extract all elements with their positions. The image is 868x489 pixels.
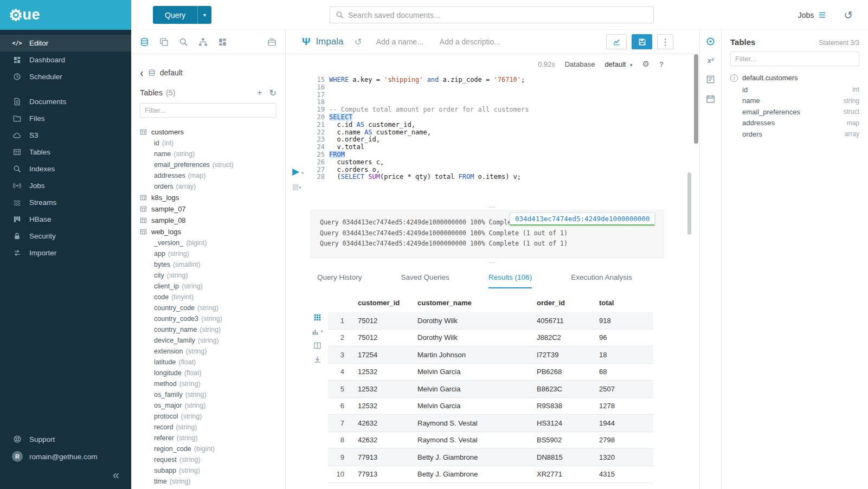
query-button-label[interactable]: Query <box>153 6 197 24</box>
assist-column-id[interactable]: id(int) <box>140 138 277 149</box>
query-name-field[interactable]: Add a name... <box>376 37 423 46</box>
assist-column-url[interactable]: url(string) <box>140 487 277 489</box>
sidebar-item-scheduler[interactable]: Scheduler <box>0 68 131 85</box>
schedule-icon[interactable] <box>706 94 715 104</box>
database-dropdown[interactable]: default ▾ <box>605 60 632 68</box>
assist-column-device_family[interactable]: device_family(string) <box>140 335 277 346</box>
sidebar-item-s3[interactable]: S3 <box>0 127 131 144</box>
language-reference-icon[interactable] <box>706 75 715 84</box>
database-name[interactable]: default <box>160 68 183 77</box>
assist-column-client_ip[interactable]: client_ip(string) <box>140 281 277 292</box>
assist-column-request[interactable]: request(string) <box>140 454 277 465</box>
global-search[interactable] <box>330 7 654 23</box>
new-query-button[interactable]: Query ▾ <box>153 6 211 24</box>
assist-search-icon[interactable] <box>179 37 188 47</box>
results-row[interactable]: 512532Melvin GarciaB8623C2507 <box>328 381 653 398</box>
sidebar-item-streams[interactable]: Streams <box>0 194 131 211</box>
main-scrollbar[interactable] <box>694 54 698 144</box>
right-column-email_preferences[interactable]: email_preferencesstruct <box>730 106 859 118</box>
sql-editor[interactable]: ▶ ▾ ▤▾ 1516171819202122232425262728 WHER… <box>311 74 699 204</box>
assist-column-city[interactable]: city(string) <box>140 270 277 281</box>
assist-column-record[interactable]: record(string) <box>140 422 277 433</box>
assist-column-bytes[interactable]: bytes(smallint) <box>140 259 277 270</box>
sidebar-item-files[interactable]: Files <box>0 110 131 127</box>
databases-source-icon[interactable] <box>140 37 149 47</box>
jobs-link[interactable]: Jobs <box>798 11 827 20</box>
assist-column-addresses[interactable]: addresses(map) <box>140 170 277 181</box>
save-button[interactable] <box>632 34 652 49</box>
results-row[interactable]: 977913Betty J. GiambroneDN88151320 <box>328 449 653 466</box>
assist-column-country_name[interactable]: country_name(string) <box>140 324 277 335</box>
download-icon[interactable] <box>313 356 322 364</box>
assist-column-extension[interactable]: extension(string) <box>140 346 277 357</box>
active-table[interactable]: i default.customers <box>730 74 859 82</box>
results-row[interactable]: 412532Melvin GarciaPB626868 <box>328 364 653 381</box>
code-content[interactable]: WHERE a.key = 'shipping' and a.zip_code … <box>329 76 661 181</box>
right-column-addresses[interactable]: addressesmap <box>730 118 859 129</box>
assist-column-subapp[interactable]: subapp(string) <box>140 465 277 476</box>
results-row[interactable]: 612532Melvin GarciaR9S8381278 <box>328 398 653 415</box>
add-table-icon[interactable]: + <box>257 88 262 98</box>
results-row[interactable]: 742632Raymond S. VestalHS31241944 <box>328 415 653 432</box>
editor-assistant-icon[interactable] <box>706 37 715 46</box>
assist-column-longitude[interactable]: longitude(float) <box>140 368 277 378</box>
sidebar-item-jobs[interactable]: Jobs <box>0 177 131 194</box>
functions-icon[interactable]: x² <box>708 56 714 65</box>
resize-grip[interactable]: ⋯ <box>286 258 699 267</box>
assist-table-sample_07[interactable]: sample_07 <box>140 203 277 215</box>
assist-column-referer[interactable]: referer(string) <box>140 433 277 443</box>
hue-logo[interactable]: ⚙ ue <box>0 0 131 30</box>
back-icon[interactable]: ‹ <box>140 67 144 78</box>
settings-gear-icon[interactable]: ⚙ <box>642 59 650 69</box>
assist-filter[interactable] <box>140 103 277 118</box>
sidebar-item-user[interactable]: R romain@gethue.com <box>0 448 131 465</box>
query-description-field[interactable]: Add a descriptio... <box>440 37 500 46</box>
tab-query-history[interactable]: Query History <box>317 267 362 288</box>
execute-options-caret-icon[interactable]: ▾ <box>301 170 304 176</box>
hdfs-source-icon[interactable] <box>198 37 208 47</box>
results-row[interactable]: 842632Raymond S. VestalBS59022798 <box>328 432 653 449</box>
jobs-source-icon[interactable] <box>267 37 277 47</box>
right-column-orders[interactable]: ordersarray <box>730 128 859 140</box>
sidebar-item-support[interactable]: Support <box>0 430 131 448</box>
assist-column-_version_[interactable]: _version_(bigint) <box>140 237 277 248</box>
results-row[interactable]: 1077913Betty J. GiambroneXR27714315 <box>328 466 653 484</box>
limit-dropdown[interactable]: ▤▾ <box>292 183 308 191</box>
sidebar-item-tables[interactable]: Tables <box>0 144 131 160</box>
assist-column-orders[interactable]: orders(array) <box>140 181 277 192</box>
right-column-id[interactable]: idint <box>730 84 859 95</box>
tab-saved-queries[interactable]: Saved Queries <box>401 267 449 288</box>
sidebar-item-dashboard[interactable]: Dashboard <box>0 52 131 68</box>
assist-column-email_preferences[interactable]: email_preferences(struct) <box>140 159 277 170</box>
help-icon[interactable]: ? <box>659 60 664 68</box>
assist-column-os_major[interactable]: os_major(string) <box>140 400 277 411</box>
info-icon[interactable]: i <box>730 74 738 82</box>
assist-column-os_family[interactable]: os_family(string) <box>140 389 277 400</box>
results-row[interactable]: 275012Dorothy WilkJ882C296 <box>328 330 653 347</box>
query-history-icon[interactable]: ↺ <box>844 9 853 22</box>
assist-table-k8s_logs[interactable]: k8s_logs <box>140 192 277 203</box>
columns-view-icon[interactable] <box>313 342 322 350</box>
assist-column-country_code[interactable]: country_code(string) <box>140 303 277 313</box>
chart-button[interactable] <box>606 34 627 49</box>
assist-column-region_code[interactable]: region_code(bigint) <box>140 443 277 454</box>
tab-execution-analysis[interactable]: Execution Analysis <box>571 267 632 288</box>
search-input[interactable] <box>348 11 648 20</box>
assist-column-protocol[interactable]: protocol(string) <box>140 411 277 422</box>
execute-button[interactable]: ▶ <box>292 166 299 177</box>
assist-column-time[interactable]: time(string) <box>140 476 277 487</box>
assist-table-sample_08[interactable]: sample_08 <box>140 215 277 226</box>
results-row[interactable]: 175012Dorothy Wilk4056711918 <box>328 312 653 330</box>
results-column-header-total[interactable]: total <box>593 299 653 307</box>
editor-history-icon[interactable]: ↺ <box>354 36 362 48</box>
chart-view-button[interactable]: ▾ <box>311 327 323 336</box>
results-column-header-customer_id[interactable]: customer_id <box>352 299 412 307</box>
refresh-tables-icon[interactable]: ↻ <box>269 88 277 98</box>
sidebar-item-editor[interactable]: </>Editor <box>0 35 131 52</box>
tab-results-106-[interactable]: Results (106) <box>488 267 532 288</box>
assist-column-method[interactable]: method(string) <box>140 378 277 389</box>
editor-scrollbar[interactable] <box>687 172 691 235</box>
more-actions-button[interactable]: ⋮ <box>657 34 673 49</box>
assist-filter-input[interactable] <box>145 106 272 114</box>
right-filter[interactable] <box>730 52 859 66</box>
